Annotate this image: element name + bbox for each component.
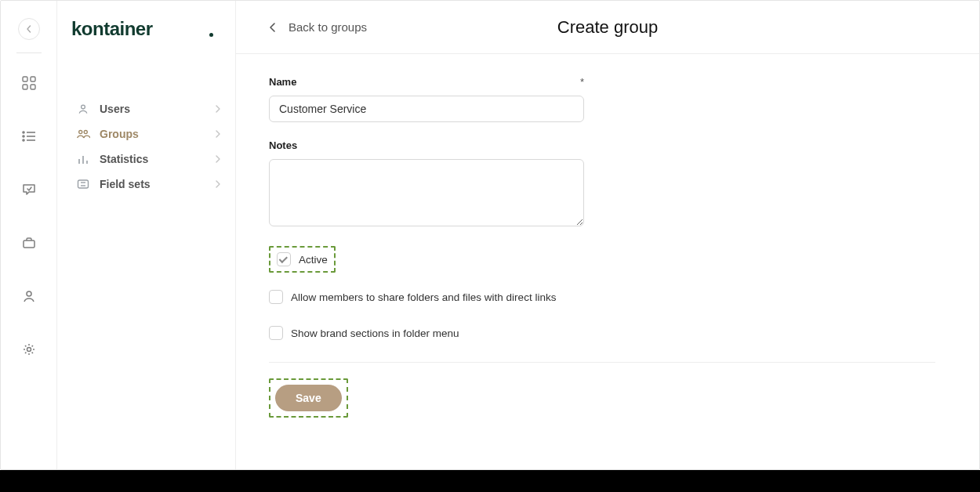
active-checkbox[interactable]	[277, 252, 291, 266]
sidebar-item-field-sets[interactable]: Field sets	[71, 172, 226, 197]
main-panel: Back to groups Create group Name * Notes	[236, 1, 979, 469]
list-icon	[21, 128, 37, 144]
svg-point-15	[84, 131, 87, 134]
divider	[269, 362, 935, 363]
svg-rect-19	[78, 180, 89, 188]
back-label: Back to groups	[289, 20, 367, 34]
required-indicator: *	[580, 76, 584, 88]
save-button[interactable]: Save	[275, 385, 342, 411]
chevron-right-icon	[215, 128, 221, 140]
chevron-right-icon	[215, 103, 221, 115]
svg-point-11	[27, 291, 31, 296]
rail-settings-icon[interactable]	[13, 334, 45, 365]
rail-chat-icon[interactable]	[13, 174, 45, 205]
share-checkbox-row[interactable]: Allow members to share folders and files…	[269, 290, 946, 304]
sidebar-item-label: Groups	[100, 128, 139, 140]
chevron-left-icon	[25, 25, 33, 33]
svg-point-12	[27, 348, 31, 352]
brand-logo: kontainer	[71, 18, 226, 40]
top-bar: Back to groups Create group	[236, 1, 979, 54]
svg-rect-10	[24, 241, 34, 248]
active-checkbox-row[interactable]: Active	[269, 246, 336, 273]
svg-point-14	[79, 131, 82, 134]
notes-label: Notes	[269, 139, 297, 151]
rail-briefcase-icon[interactable]	[13, 227, 45, 259]
rail-list-icon[interactable]	[13, 121, 45, 152]
svg-rect-2	[23, 85, 27, 89]
user-icon	[21, 288, 37, 304]
share-label: Allow members to share folders and files…	[291, 291, 556, 303]
svg-rect-1	[31, 77, 35, 81]
sidebar-item-statistics[interactable]: Statistics	[71, 147, 226, 172]
gear-icon	[21, 342, 37, 357]
icon-rail	[1, 1, 57, 469]
brand-sections-checkbox[interactable]	[269, 326, 283, 340]
brand-sections-label: Show brand sections in folder menu	[291, 327, 459, 339]
bar-chart-icon	[76, 153, 90, 165]
brand-sections-checkbox-row[interactable]: Show brand sections in folder menu	[269, 326, 946, 340]
svg-point-8	[23, 136, 24, 137]
active-label: Active	[299, 254, 328, 266]
form-content: Name * Notes Active Allow members to sha…	[236, 54, 979, 469]
name-label: Name	[269, 76, 296, 88]
rail-apps-icon[interactable]	[13, 67, 45, 99]
svg-rect-0	[23, 77, 27, 81]
users-icon	[76, 128, 90, 140]
save-highlight: Save	[269, 378, 348, 418]
svg-point-7	[23, 132, 24, 133]
sidebar-item-label: Statistics	[100, 153, 148, 165]
chevron-left-icon	[269, 22, 276, 33]
grid-icon	[21, 75, 37, 91]
chevron-right-icon	[215, 153, 221, 165]
bottom-black-bar	[0, 470, 980, 492]
sidebar-item-label: Users	[100, 103, 130, 115]
name-input[interactable]	[269, 96, 584, 122]
sub-navigation: kontainer Users Groups Statistics	[57, 1, 236, 469]
sidebar-item-groups[interactable]: Groups	[71, 121, 226, 147]
svg-point-9	[23, 139, 24, 141]
collapse-button[interactable]	[18, 18, 40, 40]
svg-rect-3	[31, 85, 35, 89]
briefcase-icon	[21, 235, 37, 251]
divider	[16, 52, 42, 53]
sidebar-item-users[interactable]: Users	[71, 96, 226, 121]
message-icon	[21, 182, 37, 197]
rail-user-icon[interactable]	[13, 280, 45, 312]
sidebar-item-label: Field sets	[100, 178, 151, 190]
share-checkbox[interactable]	[269, 290, 283, 304]
page-title: Create group	[557, 17, 658, 38]
notes-textarea[interactable]	[269, 159, 584, 226]
svg-point-13	[82, 105, 85, 109]
chevron-right-icon	[215, 178, 221, 190]
back-to-groups-link[interactable]: Back to groups	[269, 20, 367, 34]
user-icon	[76, 103, 90, 115]
field-icon	[76, 178, 90, 190]
